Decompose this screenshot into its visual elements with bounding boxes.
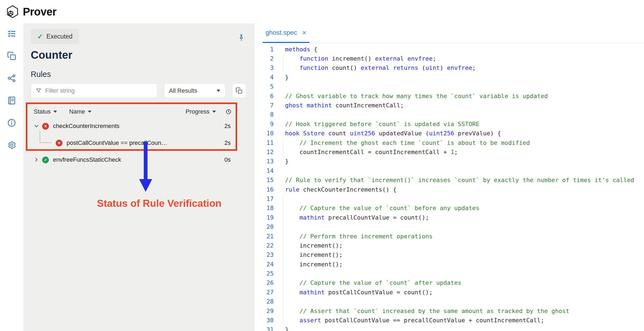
code-content[interactable]: 1methods {2 function increment() externa… — [255, 43, 644, 331]
code-line[interactable]: 22 increment(); — [255, 241, 644, 250]
code-line[interactable]: 19 mathint precallCountValue = count(); — [255, 213, 644, 222]
indent-guide — [283, 232, 283, 241]
column-status-label: Status — [34, 108, 51, 115]
status-success-icon: ✓ — [42, 157, 49, 163]
line-number: 29 — [255, 308, 274, 314]
tab-ghost-spec[interactable]: ghost.spec ✕ — [263, 23, 310, 43]
indent-guide — [283, 204, 283, 213]
line-number: 14 — [255, 167, 274, 174]
code-line[interactable]: 12 countIncrementCall = countIncrementCa… — [255, 147, 644, 157]
results-dropdown-value: All Results — [169, 87, 197, 94]
status-badge[interactable]: ✓ Executed — [31, 29, 79, 44]
sort-caret-icon — [88, 111, 92, 113]
table-header: Status Name Progress — [31, 106, 232, 118]
close-icon[interactable]: ✕ — [302, 30, 307, 36]
pin-icon[interactable] — [237, 34, 245, 43]
rules-panel: ✓ Executed Counter Rules All Results — [23, 23, 255, 331]
line-number: 26 — [255, 279, 274, 286]
code-line[interactable]: 10hook Sstore count uint256 updatedValue… — [255, 129, 644, 138]
rule-name[interactable]: postCallCountValue == precallCoun… — [67, 139, 167, 146]
rules-table: Status Name Progress ✕checkCounterIn — [31, 106, 232, 168]
code-line[interactable]: 6// Ghost variable to track how many tim… — [255, 91, 644, 101]
annotation-arrow-head — [139, 179, 152, 192]
code-line[interactable]: 13} — [255, 157, 644, 166]
info-icon[interactable] — [7, 118, 17, 128]
code-line[interactable]: 8 — [255, 110, 644, 119]
code-line[interactable]: 21 // Perform three increment operations — [255, 232, 644, 241]
chevron-down-icon[interactable] — [33, 123, 40, 129]
line-number: 10 — [255, 130, 274, 137]
line-number: 3 — [255, 64, 274, 71]
code-line[interactable]: 5 — [255, 82, 644, 91]
tree-connector — [40, 131, 52, 143]
line-number: 22 — [255, 242, 274, 249]
code-line[interactable]: 27 mathint postCallCountValue = count(); — [255, 288, 644, 297]
code-line[interactable]: 25 — [255, 269, 644, 278]
code-line[interactable]: 15// Rule to verify that `increment()` i… — [255, 175, 644, 185]
code-line[interactable]: 30 assert postCallCountValue == precallC… — [255, 316, 644, 325]
code-line[interactable]: 31} — [255, 325, 644, 331]
code-line[interactable]: 9// Hook triggered before `count` is upd… — [255, 119, 644, 129]
code-line[interactable]: 24 increment(); — [255, 260, 644, 269]
settings-gear-icon[interactable] — [7, 140, 17, 150]
section-title: Rules — [31, 70, 255, 79]
rule-duration: 2s — [224, 139, 231, 146]
line-number: 16 — [255, 186, 274, 193]
rule-duration: 0s — [224, 156, 231, 163]
duration-clock-icon[interactable] — [225, 108, 232, 115]
indent-guide — [283, 222, 283, 231]
call-graph-icon[interactable] — [7, 73, 17, 83]
indent-guide — [283, 54, 283, 63]
code-line[interactable]: 11 // Increment the ghost each time `cou… — [255, 138, 644, 147]
annotation-text: Status of Rule Verification — [78, 198, 241, 209]
code-line[interactable]: 23 increment(); — [255, 250, 644, 260]
tab-label: ghost.spec — [265, 29, 297, 36]
filter-input[interactable] — [45, 87, 153, 94]
chevron-down-icon — [217, 90, 220, 92]
code-line[interactable]: 28 — [255, 297, 644, 306]
rule-name[interactable]: envfreeFuncsStaticCheck — [53, 156, 121, 163]
code-line[interactable]: 3 function count() external returns (uin… — [255, 63, 644, 73]
code-line[interactable]: 17 — [255, 194, 644, 203]
code-line[interactable]: 26 // Capture the value of `count` after… — [255, 278, 644, 288]
indent-guide — [283, 288, 283, 297]
table-row[interactable]: ✕checkCounterIncrements2s — [31, 118, 232, 135]
column-name[interactable]: Name — [69, 108, 92, 115]
line-number: 4 — [255, 74, 274, 81]
code-line[interactable]: 16rule checkCounterIncrements() { — [255, 185, 644, 194]
sort-caret-icon — [53, 111, 57, 113]
table-row[interactable]: ✓envfreeFuncsStaticCheck0s — [31, 151, 232, 168]
code-line[interactable]: 29 // Assert that `count` increased by t… — [255, 306, 644, 316]
code-line[interactable]: 2 function increment() external envfree; — [255, 54, 644, 63]
code-line[interactable]: 20 — [255, 222, 644, 231]
line-number: 13 — [255, 158, 274, 165]
column-status[interactable]: Status — [34, 108, 57, 115]
indent-guide — [283, 63, 283, 73]
chevron-right-icon[interactable] — [33, 157, 40, 163]
line-number: 8 — [255, 111, 274, 118]
filter-input-wrapper — [31, 83, 157, 98]
rules-rows: ✕checkCounterIncrements2s✕postCallCountV… — [31, 118, 232, 168]
line-number: 23 — [255, 251, 274, 258]
line-number: 19 — [255, 214, 274, 221]
rules-list-icon[interactable] — [7, 29, 17, 39]
contracts-copy-icon[interactable] — [7, 51, 17, 61]
line-number: 24 — [255, 261, 274, 268]
line-number: 30 — [255, 317, 274, 324]
copy-button[interactable] — [232, 83, 246, 98]
code-line[interactable]: 7ghost mathint countIncrementCall; — [255, 101, 644, 110]
code-line[interactable]: 14 — [255, 166, 644, 175]
code-line[interactable]: 18 // Capture the value of `count` befor… — [255, 204, 644, 213]
docs-book-icon[interactable] — [7, 96, 17, 105]
line-number: 2 — [255, 55, 274, 62]
icon-rail — [0, 23, 23, 331]
column-progress[interactable]: Progress — [186, 108, 216, 115]
column-name-label: Name — [69, 108, 85, 115]
code-line[interactable]: 4} — [255, 73, 644, 82]
results-dropdown[interactable]: All Results — [164, 83, 226, 98]
code-line[interactable]: 1methods { — [255, 45, 644, 54]
line-number: 20 — [255, 223, 274, 230]
table-row[interactable]: ✕postCallCountValue == precallCoun…2s — [31, 135, 232, 151]
status-badge-label: Executed — [46, 33, 73, 40]
rule-name[interactable]: checkCounterIncrements — [53, 123, 120, 130]
